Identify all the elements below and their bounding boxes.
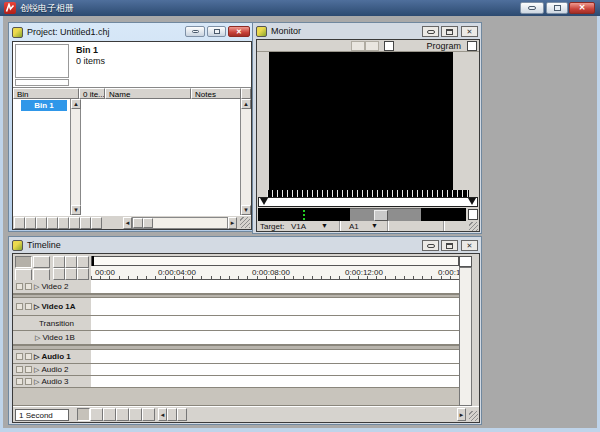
monitor-titlebar[interactable]: Monitor ✕ — [253, 23, 481, 39]
scroll-down-icon[interactable]: ▼ — [241, 205, 251, 215]
track-label[interactable]: Video 1B — [42, 333, 74, 342]
monitor-maximize-button[interactable] — [441, 26, 458, 37]
link-tool-button[interactable] — [65, 268, 77, 280]
audio-target-dropdown-icon[interactable]: ▼ — [371, 222, 378, 229]
monitor-resize-grip[interactable] — [469, 222, 478, 231]
expand-arrow-icon[interactable]: ▷ — [34, 378, 39, 385]
expand-arrow-icon[interactable]: ▷ — [35, 334, 40, 341]
timeline-view-button-1[interactable] — [77, 408, 90, 421]
audio-target-value[interactable]: A1 — [349, 222, 359, 231]
track-lock-toggle[interactable] — [25, 283, 32, 290]
scroll-down-icon[interactable]: ▼ — [71, 205, 81, 215]
track-lane-audio3[interactable] — [91, 376, 459, 388]
project-tool-button-7[interactable] — [80, 217, 91, 229]
project-tool-button-1[interactable] — [14, 217, 25, 229]
column-header-name[interactable]: Name — [105, 88, 191, 99]
track-label[interactable]: Audio 3 — [41, 377, 68, 386]
column-header-items[interactable]: 0 ite... — [79, 88, 105, 99]
track-lock-toggle[interactable] — [25, 378, 32, 385]
track-output-toggle[interactable] — [16, 366, 23, 373]
monitor-menu-button[interactable] — [467, 41, 477, 51]
shuttle-slider[interactable] — [350, 208, 421, 221]
inout-tool-button[interactable] — [77, 268, 89, 280]
track-lane-transition[interactable] — [91, 316, 459, 331]
timeline-resize-grip[interactable] — [469, 411, 478, 421]
track-output-toggle[interactable] — [16, 303, 23, 310]
timeline-close-button[interactable]: ✕ — [461, 240, 478, 251]
expand-arrow-icon[interactable]: ▷ — [34, 353, 39, 360]
track-lane-video1b[interactable] — [91, 331, 459, 345]
project-hscroll-thumb[interactable] — [133, 218, 143, 228]
timeline-view-button-6[interactable] — [142, 408, 155, 421]
timeline-vscroll[interactable] — [459, 267, 472, 406]
project-minimize-button[interactable] — [185, 26, 205, 37]
project-tool-button-4[interactable] — [47, 217, 58, 229]
track-lock-toggle[interactable] — [25, 353, 32, 360]
expand-arrow-icon[interactable]: ▷ — [34, 283, 39, 290]
shuttle-option-button[interactable] — [468, 209, 478, 220]
scrub-marker-right-icon[interactable] — [468, 198, 476, 205]
track-lane-audio1[interactable] — [91, 350, 459, 364]
track-lane-video2[interactable] — [91, 280, 459, 294]
monitor-scrub-bar[interactable] — [258, 197, 478, 207]
track-label[interactable]: Video 2 — [41, 282, 68, 291]
scrub-marker-left-icon[interactable] — [260, 198, 268, 205]
project-maximize-button[interactable] — [207, 26, 226, 37]
project-tool-button-3[interactable] — [36, 217, 47, 229]
main-minimize-button[interactable] — [520, 2, 544, 14]
bin-list[interactable]: Bin 1 — [13, 99, 70, 215]
video-target-value[interactable]: V1A — [291, 222, 306, 231]
project-tool-button-5[interactable] — [58, 217, 69, 229]
scroll-right-icon[interactable]: ► — [228, 217, 237, 229]
track-label[interactable]: Video 1A — [41, 302, 75, 311]
project-resize-grip[interactable] — [240, 217, 250, 228]
stretch-tool-button[interactable] — [65, 256, 77, 268]
project-titlebar[interactable]: Project: Untitled1.chj ✕ — [9, 23, 253, 41]
track-output-toggle[interactable] — [16, 283, 23, 290]
track-output-toggle[interactable] — [16, 353, 23, 360]
selection-tool-button[interactable] — [15, 256, 32, 268]
scroll-left-icon[interactable]: ◄ — [158, 408, 167, 421]
scroll-left-icon[interactable]: ◄ — [123, 217, 132, 229]
monitor-mode-segment-2[interactable] — [365, 41, 379, 51]
track-lane-audio2[interactable] — [91, 364, 459, 376]
track-output-toggle[interactable] — [16, 378, 23, 385]
monitor-mode-segment-1[interactable] — [351, 41, 365, 51]
monitor-mode-label[interactable]: Program — [426, 41, 461, 51]
project-tool-button-8[interactable] — [91, 217, 102, 229]
monitor-mode-toggle[interactable] — [384, 41, 394, 51]
track-lock-toggle[interactable] — [25, 366, 32, 373]
monitor-minimize-button[interactable] — [422, 26, 439, 37]
scroll-up-icon[interactable]: ▲ — [71, 99, 81, 109]
timeline-view-button-3[interactable] — [103, 408, 116, 421]
timeline-minimize-button[interactable] — [422, 240, 439, 251]
project-close-button[interactable]: ✕ — [228, 26, 250, 37]
timeline-view-button-2[interactable] — [90, 408, 103, 421]
razor-tool-button[interactable] — [53, 256, 65, 268]
main-titlebar[interactable]: 创锐电子相册 ✕ — [0, 0, 600, 16]
project-tool-button-6[interactable] — [69, 217, 80, 229]
timeline-zoom-select[interactable]: 1 Second — [15, 409, 69, 421]
expand-arrow-icon[interactable]: ▷ — [34, 366, 39, 373]
shuttle-slider-thumb[interactable] — [374, 210, 388, 221]
timeline-hscroll-thumb2[interactable] — [177, 408, 187, 421]
monitor-close-button[interactable]: ✕ — [461, 26, 478, 37]
track-lane-video1a[interactable] — [91, 298, 459, 316]
timeline-hscroll-thumb[interactable] — [167, 408, 177, 421]
project-tool-button-2[interactable] — [25, 217, 36, 229]
main-close-button[interactable]: ✕ — [569, 2, 595, 14]
edit-line-marker[interactable] — [92, 256, 94, 266]
timeline-vscroll-thumb-top[interactable] — [459, 256, 472, 267]
bin-list-scrollbar[interactable]: ▲ ▼ — [70, 99, 81, 215]
column-header-notes[interactable]: Notes — [191, 88, 241, 99]
scroll-right-icon[interactable]: ► — [457, 408, 466, 421]
timeline-view-button-4[interactable] — [116, 408, 129, 421]
expand-arrow-icon[interactable]: ▷ — [34, 303, 39, 310]
project-hscroll-track[interactable] — [132, 217, 228, 229]
shuttle-left-panel[interactable] — [258, 208, 350, 221]
track-label[interactable]: Transition — [39, 319, 74, 328]
main-maximize-button[interactable] — [546, 2, 568, 14]
track-lock-toggle[interactable] — [25, 303, 32, 310]
video-target-dropdown-icon[interactable]: ▼ — [321, 222, 328, 229]
zoom-tool-button[interactable] — [53, 268, 65, 280]
